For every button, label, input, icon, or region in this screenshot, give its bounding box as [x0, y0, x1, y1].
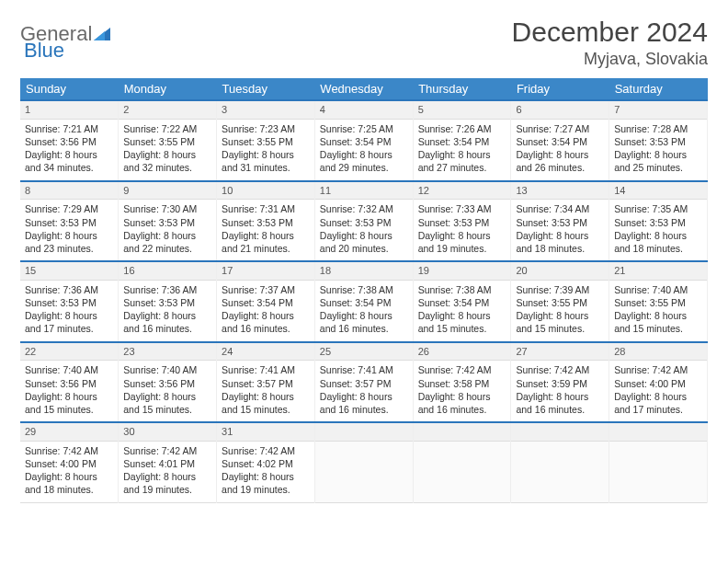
day-number-row: 22232425262728 [20, 342, 708, 361]
weekday-header: Sunday [20, 78, 119, 100]
day-content-cell: Sunrise: 7:39 AMSunset: 3:55 PMDaylight:… [511, 280, 609, 341]
day-content-cell: Sunrise: 7:27 AMSunset: 3:54 PMDaylight:… [511, 119, 609, 180]
daylight-text: Daylight: 8 hours and 16 minutes. [222, 309, 310, 335]
day-content-cell: Sunrise: 7:33 AMSunset: 3:53 PMDaylight:… [413, 200, 511, 261]
daylight-text: Daylight: 8 hours and 16 minutes. [123, 309, 211, 335]
day-content-row: Sunrise: 7:29 AMSunset: 3:53 PMDaylight:… [20, 200, 708, 261]
sunrise-text: Sunrise: 7:28 AM [614, 122, 702, 135]
sunset-text: Sunset: 3:53 PM [320, 216, 408, 229]
sunrise-text: Sunrise: 7:31 AM [222, 202, 310, 215]
sunset-text: Sunset: 3:53 PM [418, 216, 506, 229]
sunrise-text: Sunrise: 7:41 AM [320, 363, 408, 376]
calendar-table: SundayMondayTuesdayWednesdayThursdayFrid… [20, 78, 708, 503]
weekday-header: Monday [119, 78, 217, 100]
sunset-text: Sunset: 3:56 PM [25, 377, 113, 390]
day-content-cell: Sunrise: 7:29 AMSunset: 3:53 PMDaylight:… [20, 200, 119, 261]
sunset-text: Sunset: 3:58 PM [418, 377, 506, 390]
weekday-header: Saturday [609, 78, 708, 100]
day-number-cell: 11 [314, 181, 413, 200]
location: Myjava, Slovakia [512, 50, 708, 69]
day-number-row: 293031 [20, 422, 708, 441]
day-number-row: 15161718192021 [20, 261, 708, 280]
sunrise-text: Sunrise: 7:32 AM [320, 202, 408, 215]
sunrise-text: Sunrise: 7:42 AM [222, 444, 310, 457]
day-number-row: 891011121314 [20, 181, 708, 200]
daylight-text: Daylight: 8 hours and 19 minutes. [123, 470, 211, 496]
weekday-header: Wednesday [314, 78, 413, 100]
day-content-row: Sunrise: 7:42 AMSunset: 4:00 PMDaylight:… [20, 441, 708, 502]
sunset-text: Sunset: 3:54 PM [222, 296, 310, 309]
day-number-cell: 20 [511, 261, 609, 280]
sunrise-text: Sunrise: 7:23 AM [222, 122, 310, 135]
sunrise-text: Sunrise: 7:36 AM [25, 283, 113, 296]
sunrise-text: Sunrise: 7:40 AM [123, 363, 211, 376]
day-number-cell: 24 [217, 342, 315, 361]
day-number-cell [511, 422, 609, 441]
day-content-cell [413, 441, 511, 502]
day-content-cell [609, 441, 708, 502]
sunset-text: Sunset: 3:57 PM [320, 377, 408, 390]
sunset-text: Sunset: 3:53 PM [123, 296, 211, 309]
daylight-text: Daylight: 8 hours and 20 minutes. [320, 229, 408, 255]
daylight-text: Daylight: 8 hours and 25 minutes. [614, 148, 702, 174]
day-content-cell: Sunrise: 7:23 AMSunset: 3:55 PMDaylight:… [217, 119, 315, 180]
sunset-text: Sunset: 3:56 PM [25, 135, 113, 148]
sunset-text: Sunset: 3:54 PM [516, 135, 604, 148]
sunrise-text: Sunrise: 7:42 AM [418, 363, 506, 376]
sunrise-text: Sunrise: 7:33 AM [418, 202, 506, 215]
daylight-text: Daylight: 8 hours and 15 minutes. [418, 309, 506, 335]
sunrise-text: Sunrise: 7:39 AM [516, 283, 604, 296]
day-number-cell: 2 [119, 100, 217, 119]
day-number-cell: 3 [217, 100, 315, 119]
daylight-text: Daylight: 8 hours and 16 minutes. [320, 390, 408, 416]
daylight-text: Daylight: 8 hours and 15 minutes. [222, 390, 310, 416]
sunset-text: Sunset: 3:54 PM [320, 135, 408, 148]
sunrise-text: Sunrise: 7:27 AM [516, 122, 604, 135]
day-content-cell: Sunrise: 7:38 AMSunset: 3:54 PMDaylight:… [314, 280, 413, 341]
sunset-text: Sunset: 3:59 PM [516, 377, 604, 390]
daylight-text: Daylight: 8 hours and 19 minutes. [222, 470, 310, 496]
day-content-row: Sunrise: 7:40 AMSunset: 3:56 PMDaylight:… [20, 361, 708, 422]
sunset-text: Sunset: 3:55 PM [614, 296, 702, 309]
day-content-cell: Sunrise: 7:41 AMSunset: 3:57 PMDaylight:… [217, 361, 315, 422]
daylight-text: Daylight: 8 hours and 26 minutes. [516, 148, 604, 174]
sunrise-text: Sunrise: 7:21 AM [25, 122, 113, 135]
sunrise-text: Sunrise: 7:38 AM [418, 283, 506, 296]
sunrise-text: Sunrise: 7:29 AM [25, 202, 113, 215]
daylight-text: Daylight: 8 hours and 27 minutes. [418, 148, 506, 174]
day-content-cell: Sunrise: 7:38 AMSunset: 3:54 PMDaylight:… [413, 280, 511, 341]
day-number-cell: 22 [20, 342, 119, 361]
sunrise-text: Sunrise: 7:30 AM [123, 202, 211, 215]
day-number-cell: 29 [20, 422, 119, 441]
sunrise-text: Sunrise: 7:36 AM [123, 283, 211, 296]
day-content-cell: Sunrise: 7:21 AMSunset: 3:56 PMDaylight:… [20, 119, 119, 180]
sunset-text: Sunset: 3:55 PM [222, 135, 310, 148]
day-number-cell: 27 [511, 342, 609, 361]
daylight-text: Daylight: 8 hours and 22 minutes. [123, 229, 211, 255]
day-number-cell: 8 [20, 181, 119, 200]
day-content-cell: Sunrise: 7:40 AMSunset: 3:56 PMDaylight:… [119, 361, 217, 422]
sunrise-text: Sunrise: 7:37 AM [222, 283, 310, 296]
day-content-cell: Sunrise: 7:22 AMSunset: 3:55 PMDaylight:… [119, 119, 217, 180]
sunset-text: Sunset: 3:54 PM [418, 135, 506, 148]
day-content-cell: Sunrise: 7:32 AMSunset: 3:53 PMDaylight:… [314, 200, 413, 261]
header: General December 2024 Myjava, Slovakia [20, 17, 708, 69]
title-block: December 2024 Myjava, Slovakia [512, 17, 708, 69]
day-content-row: Sunrise: 7:36 AMSunset: 3:53 PMDaylight:… [20, 280, 708, 341]
day-content-cell: Sunrise: 7:37 AMSunset: 3:54 PMDaylight:… [217, 280, 315, 341]
day-content-cell: Sunrise: 7:42 AMSunset: 3:58 PMDaylight:… [413, 361, 511, 422]
day-number-cell: 15 [20, 261, 119, 280]
day-content-cell [314, 441, 413, 502]
sunset-text: Sunset: 4:00 PM [25, 457, 113, 470]
day-content-cell: Sunrise: 7:41 AMSunset: 3:57 PMDaylight:… [314, 361, 413, 422]
day-number-cell: 17 [217, 261, 315, 280]
day-content-row: Sunrise: 7:21 AMSunset: 3:56 PMDaylight:… [20, 119, 708, 180]
day-content-cell: Sunrise: 7:30 AMSunset: 3:53 PMDaylight:… [119, 200, 217, 261]
daylight-text: Daylight: 8 hours and 15 minutes. [516, 309, 604, 335]
sunset-text: Sunset: 3:53 PM [614, 216, 702, 229]
daylight-text: Daylight: 8 hours and 16 minutes. [320, 309, 408, 335]
day-number-cell: 26 [413, 342, 511, 361]
sunrise-text: Sunrise: 7:42 AM [614, 363, 702, 376]
logo-word2: Blue [24, 39, 64, 62]
sunrise-text: Sunrise: 7:34 AM [516, 202, 604, 215]
